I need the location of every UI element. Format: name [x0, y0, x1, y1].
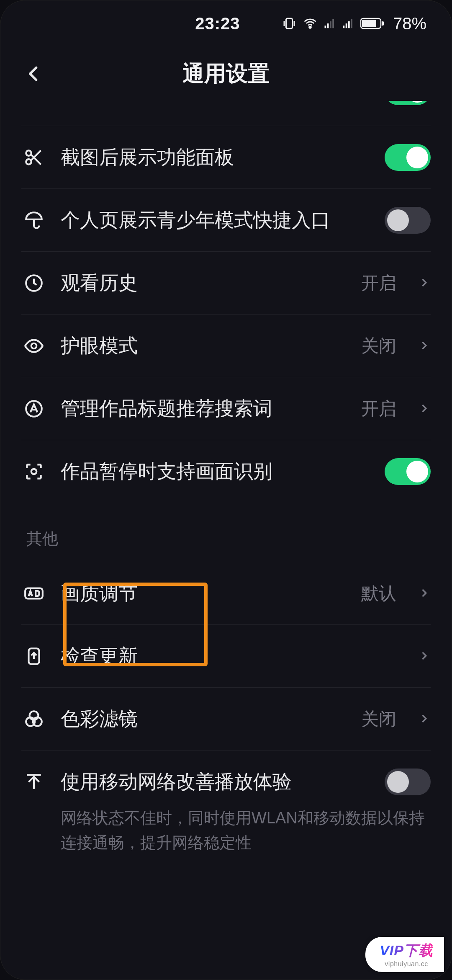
row-mobile-network-boost[interactable]: 使用移动网络改善播放体验	[21, 750, 431, 813]
row-check-update[interactable]: 检查更新	[21, 625, 431, 688]
eye-icon	[21, 333, 46, 358]
row-label: 检查更新	[61, 643, 396, 669]
svg-rect-12	[382, 21, 384, 26]
chevron-right-icon	[418, 340, 431, 352]
watermark-main: VIP下载	[380, 941, 433, 960]
toggle-on[interactable]	[385, 101, 431, 105]
row-label: 护眼模式	[61, 333, 347, 359]
svg-rect-0	[286, 18, 292, 28]
row-label: 色彩滤镜	[61, 706, 347, 732]
svg-rect-3	[327, 23, 329, 28]
svg-rect-5	[332, 19, 334, 28]
letter-a-icon	[21, 396, 46, 421]
svg-rect-7	[346, 23, 347, 28]
row-label: 观看历史	[61, 270, 347, 296]
row-label: 个人页展示青少年模式快捷入口	[61, 207, 370, 233]
row-teen-mode-shortcut[interactable]: 个人页展示青少年模式快捷入口	[21, 189, 431, 252]
row-value: 开启	[361, 271, 396, 295]
clock-icon	[21, 271, 46, 296]
settings-list: 摇一摇加朋友 截图后展示功能面板 个人页展示青少年模式快捷入口 观看历史 开启	[0, 101, 452, 872]
status-time: 23:23	[154, 14, 282, 33]
row-color-filter[interactable]: 色彩滤镜 关闭	[21, 688, 431, 750]
svg-rect-11	[362, 20, 376, 27]
update-icon	[21, 644, 46, 669]
ad-icon	[21, 581, 46, 606]
svg-rect-2	[324, 26, 326, 28]
row-label: 摇一摇加朋友	[61, 101, 370, 104]
battery-icon	[360, 17, 385, 30]
row-label: 管理作品标题推荐搜索词	[61, 396, 347, 422]
signal-2-icon	[342, 17, 354, 30]
svg-rect-8	[348, 21, 350, 28]
back-button[interactable]	[17, 57, 51, 90]
watermark-sub: viphuiyuan.cc	[385, 960, 428, 968]
chevron-right-icon	[418, 277, 431, 289]
chevron-right-icon	[418, 650, 431, 663]
page-title: 通用设置	[182, 59, 270, 88]
row-title-search-recommend[interactable]: 管理作品标题推荐搜索词 开启	[21, 377, 431, 440]
row-value: 关闭	[361, 707, 396, 731]
row-label: 画质调节	[61, 580, 347, 606]
row-label: 截图后展示功能面板	[61, 144, 370, 170]
toggle-off[interactable]	[385, 769, 431, 795]
title-bar: 通用设置	[0, 46, 452, 101]
arrow-up-icon	[21, 769, 46, 794]
chevron-right-icon	[418, 587, 431, 600]
svg-rect-9	[351, 19, 352, 28]
signal-1-icon	[324, 17, 336, 30]
status-right: 78%	[282, 14, 426, 33]
svg-point-16	[31, 343, 37, 348]
toggle-off[interactable]	[385, 207, 431, 234]
chevron-right-icon	[418, 713, 431, 725]
wifi-icon	[303, 16, 318, 31]
toggle-on[interactable]	[385, 144, 431, 171]
row-watch-history[interactable]: 观看历史 开启	[21, 252, 431, 315]
row-description: 网络状态不佳时，同时使用WLAN和移动数据以保持连接通畅，提升网络稳定性	[21, 806, 431, 872]
row-value: 开启	[361, 397, 396, 420]
section-label-other: 其他	[21, 503, 431, 562]
scissors-icon	[21, 145, 46, 170]
row-label: 使用移动网络改善播放体验	[61, 769, 370, 795]
toggle-on[interactable]	[385, 458, 431, 485]
row-shake-add-friend[interactable]: 摇一摇加朋友	[21, 101, 431, 126]
watermark: VIP下载 viphuiyuan.cc	[365, 937, 444, 972]
row-label: 作品暂停时支持画面识别	[61, 459, 370, 485]
svg-point-1	[309, 26, 311, 28]
row-value: 默认	[361, 582, 396, 605]
row-eye-care[interactable]: 护眼模式 关闭	[21, 315, 431, 377]
color-filter-icon	[21, 707, 46, 732]
shake-icon	[21, 101, 46, 103]
scan-icon	[21, 459, 46, 484]
row-quality[interactable]: 画质调节 默认	[21, 562, 431, 625]
row-value: 关闭	[361, 334, 396, 358]
row-pause-recognition[interactable]: 作品暂停时支持画面识别	[21, 440, 431, 503]
phone-frame: 23:23 78% 通用设置	[0, 0, 452, 980]
svg-rect-4	[330, 21, 331, 28]
status-bar: 23:23 78%	[0, 0, 452, 46]
umbrella-icon	[21, 208, 46, 233]
vibrate-icon	[282, 16, 297, 31]
battery-percent: 78%	[393, 14, 426, 33]
chevron-right-icon	[418, 402, 431, 415]
svg-rect-6	[343, 26, 344, 28]
row-screenshot-panel[interactable]: 截图后展示功能面板	[21, 126, 431, 189]
svg-point-18	[31, 469, 37, 475]
